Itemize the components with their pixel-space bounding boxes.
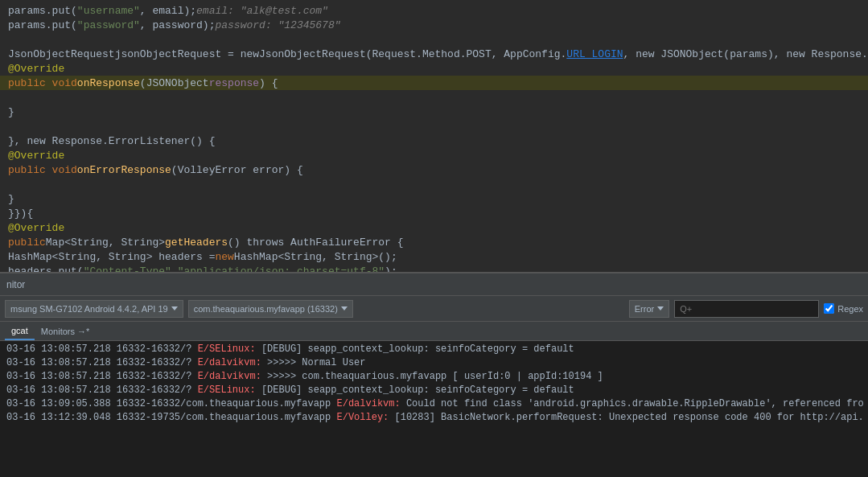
device-dropdown-arrow bbox=[171, 306, 178, 310]
log-msg: [10283] BasicNetwork.performRequest: Une… bbox=[395, 412, 864, 423]
code-token: ); bbox=[385, 265, 397, 274]
log-msg: >>>>> com.theaquarious.myfavapp [ userId… bbox=[267, 371, 603, 382]
log-line: 03-16 13:08:57.218 16332-16332/? E/SELin… bbox=[0, 384, 868, 397]
code-token: @Override bbox=[8, 222, 64, 234]
log-msg: [DEBUG] seapp_context_lookup: seinfoCate… bbox=[261, 384, 574, 396]
toolbar-row: msung SM-G7102 Android 4.4.2, API 19 com… bbox=[0, 296, 868, 322]
code-line: @Override bbox=[0, 61, 868, 76]
device-dropdown[interactable]: msung SM-G7102 Android 4.4.2, API 19 bbox=[5, 300, 183, 318]
code-token: , bbox=[171, 265, 178, 274]
code-token: , email); bbox=[140, 5, 196, 17]
code-token: jsonObjectRequest = new bbox=[115, 48, 259, 60]
code-token: public void bbox=[8, 164, 77, 176]
code-line: @Override bbox=[0, 148, 868, 162]
monitor-header: nitor bbox=[0, 273, 868, 296]
log-line: 03-16 13:09:05.388 16332-16332/com.theaq… bbox=[0, 397, 868, 411]
regex-checkbox-container: Regex bbox=[824, 303, 863, 314]
code-token: "username" bbox=[77, 5, 140, 17]
code-token: onResponse bbox=[77, 77, 140, 89]
regex-checkbox[interactable] bbox=[824, 303, 834, 314]
app-dropdown-arrow bbox=[341, 306, 348, 310]
log-pid: 16332-16332/? bbox=[117, 371, 192, 382]
code-token: onErrorResponse bbox=[77, 164, 171, 176]
code-token: public bbox=[8, 236, 46, 249]
code-token: ErrorListener bbox=[109, 135, 190, 147]
code-token: "Content-Type" bbox=[84, 265, 171, 274]
code-editor: params.put("username", email); email: "a… bbox=[0, 0, 868, 273]
log-pid: 16332-16332/? bbox=[117, 357, 192, 368]
code-line bbox=[0, 32, 868, 47]
filter-label: Error bbox=[635, 304, 654, 314]
code-token: }}){ bbox=[8, 208, 33, 220]
code-line bbox=[0, 177, 868, 191]
filter-dropdown[interactable]: Error bbox=[629, 300, 669, 318]
regex-label: Regex bbox=[837, 304, 863, 314]
log-timestamp: 03-16 13:09:05.388 bbox=[6, 398, 111, 409]
monitor-title: nitor bbox=[6, 279, 25, 290]
code-line: params.put("password", password); passwo… bbox=[0, 18, 868, 32]
code-token: ) { bbox=[259, 77, 278, 89]
app-dropdown[interactable]: com.theaquarious.myfavapp (16332) bbox=[188, 300, 353, 318]
log-line: 03-16 13:08:57.218 16332-16332/? E/SELin… bbox=[0, 343, 868, 356]
code-token: headers.put( bbox=[8, 265, 84, 274]
log-timestamp: 03-16 13:08:57.218 bbox=[6, 384, 111, 396]
code-token: <String, String> bbox=[64, 236, 165, 249]
log-pid: 16332-16332/com.theaquarious.myfavapp bbox=[117, 398, 331, 409]
code-token: (Request.Method.POST, AppConfig. bbox=[366, 48, 567, 60]
code-token: "application/json; charset=utf-8" bbox=[178, 265, 385, 274]
code-line: HashMap<String, String> headers = new Ha… bbox=[0, 249, 868, 264]
log-line: 03-16 13:08:57.218 16332-16332/? E/dalvi… bbox=[0, 370, 868, 384]
logcat-tab[interactable]: gcat bbox=[5, 323, 35, 340]
code-token: }, new Response. bbox=[8, 135, 109, 147]
code-token: "password" bbox=[77, 19, 140, 31]
code-token: @Override bbox=[8, 63, 64, 75]
code-token: Map bbox=[46, 236, 64, 249]
log-msg: Could not find class 'android.graphics.d… bbox=[406, 398, 864, 409]
logcat-tab[interactable]: Monitors →* bbox=[35, 323, 97, 339]
log-pid: 16332-19735/com.theaquarious.myfavapp bbox=[117, 412, 331, 423]
log-timestamp: 03-16 13:08:57.218 bbox=[6, 357, 111, 368]
log-level: E/dalvikvm: bbox=[198, 371, 261, 382]
code-line: public void onErrorResponse(VolleyError … bbox=[0, 162, 868, 177]
code-token: JsonObjectRequest bbox=[8, 48, 115, 60]
code-token: () { bbox=[190, 135, 215, 147]
code-token: <String, String>(); bbox=[278, 251, 397, 263]
code-line: public Map<String, String> getHeaders() … bbox=[0, 235, 868, 249]
app-label: com.theaquarious.myfavapp (16332) bbox=[194, 304, 338, 314]
log-area: 03-16 13:08:57.218 16332-16332/? E/SELin… bbox=[0, 341, 868, 477]
ide-window: params.put("username", email); email: "a… bbox=[0, 0, 868, 477]
code-token: JsonObjectRequest bbox=[259, 48, 366, 60]
code-token: params.put( bbox=[8, 5, 77, 17]
code-token: <String, String> headers = bbox=[52, 251, 216, 263]
code-line bbox=[0, 90, 868, 105]
code-token: } bbox=[8, 106, 14, 118]
code-token: () throws AuthFailureError { bbox=[228, 236, 403, 249]
code-line: } bbox=[0, 191, 868, 206]
code-token: HashMap bbox=[8, 251, 52, 263]
log-level: E/SELinux: bbox=[198, 343, 256, 355]
code-line bbox=[0, 119, 868, 134]
code-token: } bbox=[8, 193, 14, 205]
log-level: E/dalvikvm: bbox=[198, 357, 261, 368]
code-line: public void onResponse(JSONObject respon… bbox=[0, 76, 868, 90]
log-msg: [DEBUG] seapp_context_lookup: seinfoCate… bbox=[261, 343, 574, 355]
code-token: getHeaders bbox=[165, 236, 228, 249]
log-level: E/SELinux: bbox=[198, 384, 256, 396]
code-token: params.put( bbox=[8, 19, 77, 31]
search-input[interactable] bbox=[674, 300, 819, 318]
device-label: msung SM-G7102 Android 4.4.2, API 19 bbox=[10, 304, 168, 314]
code-token: , new JSONObject(params), new Response.L… bbox=[623, 48, 868, 60]
code-line: }}){ bbox=[0, 206, 868, 220]
logcat-tabs: gcatMonitors →* bbox=[0, 322, 868, 341]
log-timestamp: 03-16 13:08:57.218 bbox=[6, 343, 111, 355]
log-line: 03-16 13:12:39.048 16332-19735/com.theaq… bbox=[0, 411, 868, 425]
monitor-area: nitor msung SM-G7102 Android 4.4.2, API … bbox=[0, 273, 868, 477]
code-token: new bbox=[215, 251, 233, 263]
code-line: headers.put("Content-Type", "application… bbox=[0, 264, 868, 273]
code-token: email: "alk@test.com" bbox=[196, 5, 328, 17]
code-token: (VolleyError error) { bbox=[171, 164, 303, 176]
code-token: HashMap bbox=[234, 251, 278, 263]
code-token: , password); bbox=[140, 19, 216, 31]
code-token: password: "12345678" bbox=[215, 19, 340, 31]
log-level: E/dalvikvm: bbox=[336, 398, 400, 409]
